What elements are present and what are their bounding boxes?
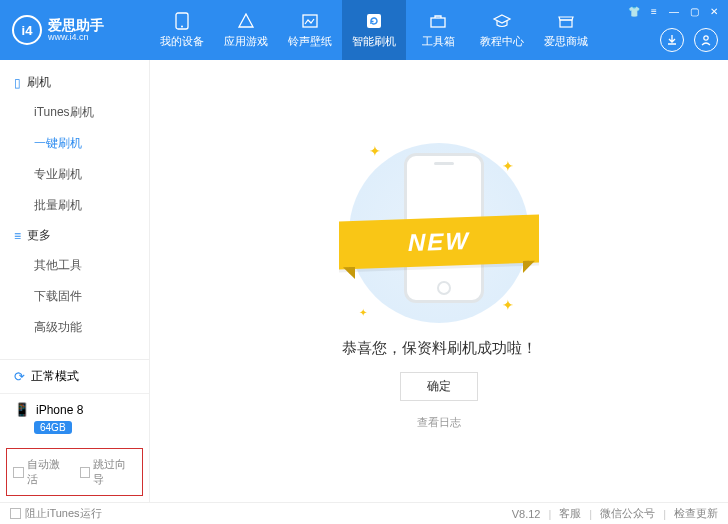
theme-icon[interactable]: 👕 [626,4,642,18]
nav-flash[interactable]: 智能刷机 [342,0,406,60]
nav-store[interactable]: 爱思商城 [534,0,598,60]
nav-ringtones[interactable]: 铃声壁纸 [278,0,342,60]
svg-rect-3 [367,14,381,28]
nav-toolbox[interactable]: 工具箱 [406,0,470,60]
options-group: 自动激活 跳过向导 [6,448,143,496]
svg-point-6 [704,36,708,40]
svg-rect-5 [560,20,572,27]
nav-tutorials[interactable]: 教程中心 [470,0,534,60]
app-title: 爱思助手 [48,18,104,32]
sidebar-item-other-tools[interactable]: 其他工具 [0,250,149,281]
maximize-icon[interactable]: ▢ [686,4,702,18]
support-link[interactable]: 客服 [559,506,581,521]
sidebar-item-pro-flash[interactable]: 专业刷机 [0,159,149,190]
app-header: i4 爱思助手 www.i4.cn 我的设备 应用游戏 铃声壁纸 智能刷机 工具… [0,0,728,60]
svg-rect-2 [303,15,317,27]
wechat-link[interactable]: 微信公众号 [600,506,655,521]
phone-icon [172,12,192,30]
sidebar-section-flash[interactable]: ▯ 刷机 [0,68,149,97]
sparkle-icon: ✦ [502,158,514,174]
toolbox-icon [428,12,448,30]
sidebar-item-itunes-flash[interactable]: iTunes刷机 [0,97,149,128]
ok-button[interactable]: 确定 [400,372,478,401]
svg-rect-4 [431,18,445,27]
checkbox-block-itunes[interactable]: 阻止iTunes运行 [10,506,102,521]
svg-point-1 [181,25,183,27]
nav-my-device[interactable]: 我的设备 [150,0,214,60]
sidebar-item-advanced[interactable]: 高级功能 [0,312,149,343]
minimize-icon[interactable]: — [666,4,682,18]
checkbox-auto-activate[interactable]: 自动激活 [13,457,70,487]
graduation-icon [492,12,512,30]
version-label: V8.12 [512,508,541,520]
refresh-icon [364,12,384,30]
sync-icon: ⟳ [14,369,25,384]
storage-badge: 64GB [34,421,72,434]
logo-icon: i4 [12,15,42,45]
content-area: NEW ✦ ✦ ✦ ✦ 恭喜您，保资料刷机成功啦！ 确定 查看日志 [150,60,728,502]
phone-outline-icon: ▯ [14,76,21,90]
sidebar-item-download-fw[interactable]: 下载固件 [0,281,149,312]
app-site: www.i4.cn [48,32,104,43]
new-ribbon: NEW [339,214,539,269]
device-info[interactable]: 📱 iPhone 8 64GB [0,394,149,444]
window-controls: 👕 ≡ — ▢ ✕ [626,4,722,18]
view-log-link[interactable]: 查看日志 [417,415,461,430]
sidebar-item-batch-flash[interactable]: 批量刷机 [0,190,149,221]
menu-icon[interactable]: ≡ [646,4,662,18]
success-message: 恭喜您，保资料刷机成功啦！ [342,339,537,358]
image-icon [300,12,320,30]
app-logo: i4 爱思助手 www.i4.cn [0,15,150,45]
top-nav: 我的设备 应用游戏 铃声壁纸 智能刷机 工具箱 教程中心 爱思商城 [150,0,598,60]
store-icon [556,12,576,30]
sparkle-icon: ✦ [359,307,367,318]
nav-apps[interactable]: 应用游戏 [214,0,278,60]
user-button[interactable] [694,28,718,52]
list-icon: ≡ [14,229,21,243]
apps-icon [236,12,256,30]
download-button[interactable] [660,28,684,52]
device-phone-icon: 📱 [14,402,30,417]
checkbox-skip-guide[interactable]: 跳过向导 [80,457,137,487]
device-status[interactable]: ⟳ 正常模式 [0,360,149,394]
sidebar: ▯ 刷机 iTunes刷机 一键刷机 专业刷机 批量刷机 ≡ 更多 其他工具 下… [0,60,150,502]
check-update-link[interactable]: 检查更新 [674,506,718,521]
close-icon[interactable]: ✕ [706,4,722,18]
sparkle-icon: ✦ [369,143,381,159]
sidebar-item-onekey-flash[interactable]: 一键刷机 [0,128,149,159]
sparkle-icon: ✦ [502,297,514,313]
sidebar-section-more[interactable]: ≡ 更多 [0,221,149,250]
statusbar: 阻止iTunes运行 V8.12 | 客服 | 微信公众号 | 检查更新 [0,502,728,524]
success-illustration: NEW ✦ ✦ ✦ ✦ [329,123,549,323]
